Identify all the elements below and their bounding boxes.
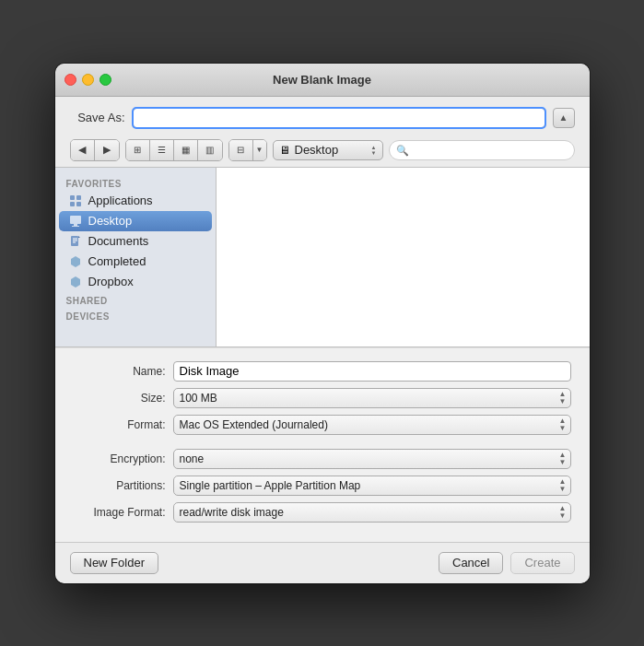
- traffic-lights: [64, 74, 111, 86]
- partitions-select[interactable]: Single partition – Apple Partition Map S…: [173, 476, 571, 496]
- sidebar-item-dropbox[interactable]: Dropbox: [59, 272, 212, 292]
- location-icon: 🖥: [279, 144, 290, 157]
- view-icon-button[interactable]: ⊞: [126, 140, 150, 160]
- dropbox-icon: [68, 275, 83, 289]
- applications-label: Applications: [88, 194, 153, 207]
- create-button[interactable]: Create: [510, 552, 574, 574]
- encryption-select[interactable]: none 128-bit AES 256-bit AES: [173, 449, 571, 469]
- svg-rect-6: [72, 226, 79, 227]
- name-input[interactable]: [173, 361, 571, 382]
- svg-marker-8: [78, 236, 80, 238]
- format-label: Format:: [74, 418, 166, 431]
- completed-label: Completed: [88, 254, 146, 268]
- nav-button-group: ◀ ▶: [70, 139, 120, 161]
- sidebar-item-applications[interactable]: Applications: [59, 191, 212, 211]
- location-selector[interactable]: 🖥 Desktop ▲ ▼: [273, 140, 383, 160]
- completed-icon: [68, 254, 83, 269]
- action-arrow-icon: ▼: [253, 140, 266, 160]
- close-button[interactable]: [64, 74, 76, 86]
- size-row: Size: 100 MB 500 MB 1 GB ▲▼: [74, 388, 571, 408]
- view-column-button[interactable]: ▦: [174, 140, 198, 160]
- form-section: Name: Size: 100 MB 500 MB 1 GB ▲▼ Format…: [55, 347, 590, 542]
- documents-icon: [68, 234, 83, 249]
- size-label: Size:: [74, 392, 166, 405]
- view-cover-button[interactable]: ▥: [198, 140, 222, 160]
- window: New Blank Image Save As: ▲ ◀ ▶ ⊞ ☰ ▦ ▥ ⊟…: [55, 64, 590, 583]
- maximize-button[interactable]: [100, 74, 111, 86]
- svg-rect-3: [76, 202, 81, 206]
- location-label: Desktop: [295, 143, 367, 157]
- forward-button[interactable]: ▶: [95, 140, 119, 160]
- cancel-button[interactable]: Cancel: [439, 552, 503, 574]
- bottom-bar: New Folder Cancel Create: [55, 542, 590, 583]
- size-select[interactable]: 100 MB 500 MB 1 GB: [173, 388, 571, 408]
- applications-icon: [68, 194, 83, 208]
- search-wrapper: 🔍: [389, 140, 575, 160]
- sidebar-item-completed[interactable]: Completed: [59, 252, 212, 272]
- sidebar-item-documents[interactable]: Documents: [59, 231, 212, 252]
- format-select[interactable]: Mac OS Extended (Journaled) Mac OS Exten…: [173, 415, 571, 435]
- format-select-wrapper: Mac OS Extended (Journaled) Mac OS Exten…: [173, 415, 571, 435]
- sidebar-item-desktop[interactable]: Desktop: [59, 211, 212, 231]
- name-label: Name:: [74, 365, 166, 378]
- image-format-label: Image Format:: [74, 506, 166, 519]
- svg-rect-2: [70, 202, 75, 206]
- partitions-label: Partitions:: [74, 479, 166, 492]
- name-row: Name:: [74, 361, 571, 382]
- image-format-select-wrapper: read/write disk image read-only disk ima…: [173, 502, 571, 523]
- right-buttons: Cancel Create: [439, 552, 575, 574]
- dropbox-label: Dropbox: [88, 275, 134, 288]
- action-button[interactable]: ⊟ ▼: [228, 139, 267, 161]
- svg-rect-5: [74, 224, 77, 226]
- devices-label: DEVICES: [55, 308, 216, 323]
- partitions-select-wrapper: Single partition – Apple Partition Map S…: [173, 476, 571, 496]
- save-as-expand-button[interactable]: ▲: [553, 108, 575, 128]
- svg-rect-1: [76, 195, 81, 200]
- favorites-label: FAVORITES: [55, 175, 216, 191]
- size-select-wrapper: 100 MB 500 MB 1 GB ▲▼: [173, 388, 571, 408]
- partitions-row: Partitions: Single partition – Apple Par…: [74, 476, 571, 496]
- back-button[interactable]: ◀: [71, 140, 95, 160]
- sidebar: FAVORITES Applications: [55, 168, 217, 346]
- encryption-row: Encryption: none 128-bit AES 256-bit AES…: [74, 449, 571, 469]
- file-area[interactable]: [217, 168, 590, 346]
- documents-label: Documents: [88, 234, 149, 248]
- desktop-label: Desktop: [88, 214, 133, 228]
- location-arrows-icon: ▲ ▼: [371, 145, 377, 156]
- search-input[interactable]: [389, 140, 575, 160]
- titlebar: New Blank Image: [55, 64, 590, 97]
- svg-rect-0: [70, 195, 75, 200]
- new-folder-button[interactable]: New Folder: [70, 552, 158, 574]
- save-as-input[interactable]: [133, 108, 545, 128]
- action-icon: ⊟: [229, 140, 253, 160]
- save-as-row: Save As: ▲: [55, 97, 590, 135]
- window-title: New Blank Image: [273, 73, 371, 87]
- toolbar: ◀ ▶ ⊞ ☰ ▦ ▥ ⊟ ▼ 🖥 Desktop ▲ ▼ 🔍: [55, 135, 590, 168]
- svg-rect-4: [70, 216, 81, 224]
- minimize-button[interactable]: [82, 74, 94, 86]
- encryption-select-wrapper: none 128-bit AES 256-bit AES ▲▼: [173, 449, 571, 469]
- save-as-label: Save As:: [70, 111, 125, 124]
- format-row: Format: Mac OS Extended (Journaled) Mac …: [74, 415, 571, 435]
- shared-label: SHARED: [55, 292, 216, 308]
- desktop-icon: [68, 214, 83, 229]
- image-format-select[interactable]: read/write disk image read-only disk ima…: [173, 502, 571, 523]
- view-button-group: ⊞ ☰ ▦ ▥: [125, 139, 223, 161]
- main-area: FAVORITES Applications: [55, 168, 590, 347]
- view-list-button[interactable]: ☰: [150, 140, 174, 160]
- image-format-row: Image Format: read/write disk image read…: [74, 502, 571, 523]
- encryption-label: Encryption:: [74, 452, 166, 465]
